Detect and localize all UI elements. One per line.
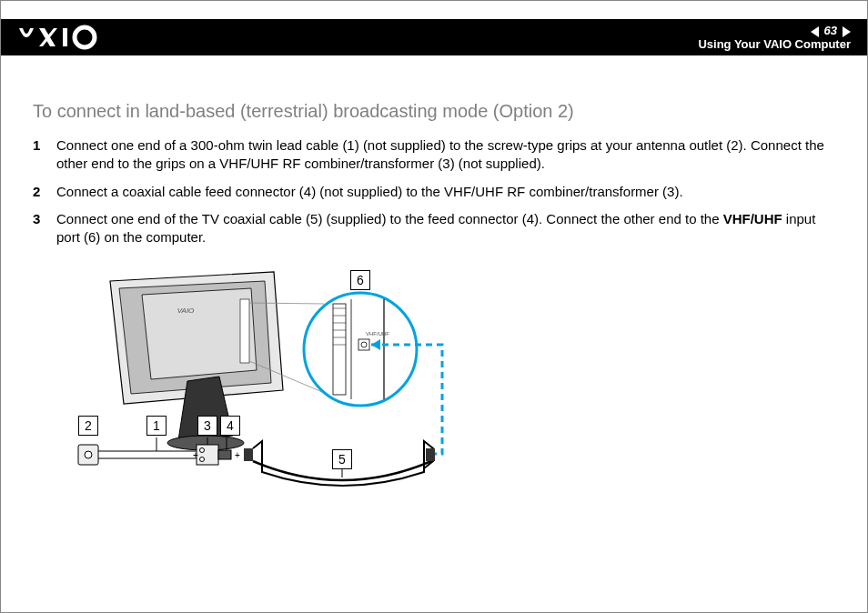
- svg-text:+: +: [193, 450, 198, 460]
- step-item: 1 Connect one end of a 300-ohm twin lead…: [33, 136, 835, 174]
- step-text-pre: Connect one end of the TV coaxial cable …: [56, 211, 723, 226]
- header-band: 63 Using Your VAIO Computer: [1, 19, 867, 55]
- step-text: Connect one end of a 300-ohm twin lead c…: [56, 136, 835, 174]
- monitor-illustration: VAIO: [110, 272, 283, 450]
- step-number: 1: [33, 136, 56, 174]
- step-text-bold: VHF/UHF: [723, 211, 782, 226]
- bottom-chain: + +: [78, 441, 435, 486]
- header-right: 63 Using Your VAIO Computer: [698, 23, 851, 52]
- callout-5: 5: [332, 449, 352, 469]
- callout-4: 4: [220, 416, 240, 436]
- callout-6: 6: [350, 270, 370, 290]
- svg-text:+: +: [235, 450, 240, 460]
- step-item: 2 Connect a coaxial cable feed connector…: [33, 183, 835, 201]
- svg-point-29: [200, 457, 205, 462]
- svg-rect-0: [63, 28, 67, 46]
- callout-1: 1: [146, 416, 167, 436]
- steps-list: 1 Connect one end of a 300-ohm twin lead…: [33, 136, 835, 246]
- prev-page-icon[interactable]: [811, 26, 819, 37]
- step-text: Connect one end of the TV coaxial cable …: [56, 210, 835, 247]
- svg-point-19: [361, 342, 367, 347]
- page-nav: 63: [698, 25, 851, 38]
- next-page-icon[interactable]: [843, 26, 851, 37]
- section-name: Using Your VAIO Computer: [698, 38, 851, 52]
- svg-marker-4: [142, 288, 257, 379]
- svg-point-24: [85, 451, 92, 458]
- svg-rect-5: [240, 299, 249, 363]
- svg-rect-27: [197, 445, 218, 465]
- svg-rect-34: [426, 448, 435, 461]
- vaio-logo: [17, 25, 117, 50]
- step-text: Connect a coaxial cable feed connector (…: [56, 183, 835, 201]
- port-label-text: VHF/UHF: [366, 331, 389, 337]
- svg-point-1: [75, 27, 95, 47]
- vaio-logo-svg: [17, 25, 117, 50]
- section-heading: To connect in land-based (terrestrial) b…: [33, 101, 835, 122]
- svg-rect-33: [244, 448, 253, 461]
- svg-rect-31: [218, 450, 231, 459]
- content: To connect in land-based (terrestrial) b…: [33, 101, 835, 499]
- page-frame: 63 Using Your VAIO Computer To connect i…: [0, 0, 868, 613]
- step-number: 2: [33, 183, 56, 201]
- svg-rect-9: [333, 304, 346, 395]
- connection-diagram: VAIO: [69, 263, 506, 499]
- svg-point-28: [200, 448, 205, 453]
- step-item: 3 Connect one end of the TV coaxial cabl…: [33, 210, 835, 247]
- page-number: 63: [824, 25, 837, 38]
- device-logo-text: VAIO: [177, 306, 195, 315]
- callout-2: 2: [78, 416, 98, 436]
- callout-3: 3: [197, 416, 217, 436]
- diagram-svg: VAIO: [69, 263, 506, 499]
- step-number: 3: [33, 210, 56, 247]
